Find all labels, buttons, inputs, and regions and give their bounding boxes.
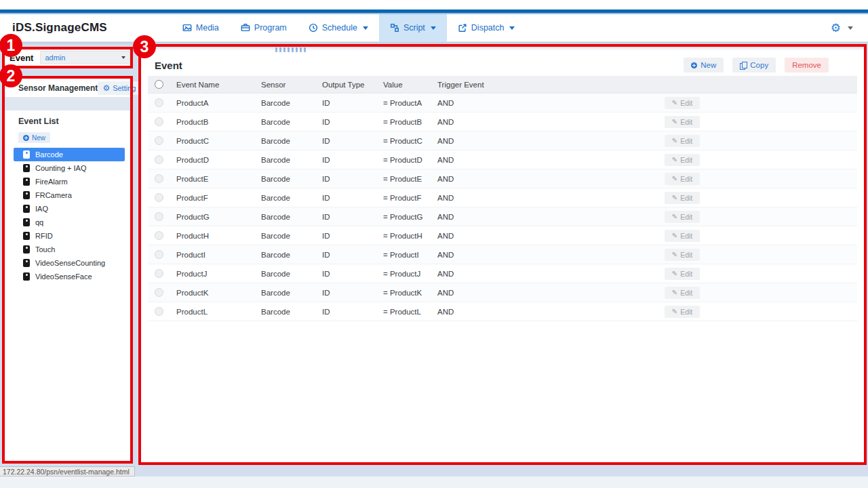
cell-sensor: Barcode <box>257 251 318 259</box>
app-logo: iDS.SignageCMS <box>12 21 107 35</box>
table-row: ProductKBarcodeID= ProductKAND✎Edit <box>148 283 857 302</box>
event-list-item-touch[interactable]: Touch <box>14 243 125 256</box>
copy-button[interactable]: Copy <box>732 58 776 73</box>
table-row: ProductDBarcodeID= ProductDAND✎Edit <box>148 150 857 169</box>
edit-button-label: Edit <box>680 251 692 259</box>
edit-button[interactable]: ✎Edit <box>665 287 700 299</box>
copy-button-label: Copy <box>750 61 768 69</box>
nav-tab-program[interactable]: Program <box>230 14 298 42</box>
new-button[interactable]: New <box>684 58 724 73</box>
cell-event-name: ProductG <box>172 213 257 221</box>
event-list-item-frcamera[interactable]: FRCamera <box>14 188 125 202</box>
event-list-item-counting-iaq[interactable]: Counting + IAQ <box>14 161 125 175</box>
edit-button[interactable]: ✎Edit <box>665 116 700 128</box>
event-list-item-barcode[interactable]: Barcode <box>14 148 125 161</box>
row-select-radio[interactable] <box>155 98 163 107</box>
cell-event-name: ProductE <box>172 175 257 183</box>
event-list-item-label: FRCamera <box>35 191 72 199</box>
row-select-radio[interactable] <box>155 155 163 164</box>
event-list-item-videosensecounting[interactable]: VideoSenseCounting <box>14 256 125 270</box>
cell-sensor: Barcode <box>257 194 318 202</box>
user-select[interactable]: admin <box>40 51 130 64</box>
cell-output-type: ID <box>318 270 379 278</box>
select-all-radio[interactable] <box>155 80 163 89</box>
edit-button-label: Edit <box>680 270 692 278</box>
cell-value: = ProductA <box>379 99 433 107</box>
window-top-margin <box>0 0 868 9</box>
event-list-item-rfid[interactable]: RFID <box>14 229 125 243</box>
row-select-radio[interactable] <box>155 288 163 297</box>
cell-sensor: Barcode <box>257 118 318 126</box>
nav-tab-label: Program <box>254 23 287 33</box>
edit-button[interactable]: ✎Edit <box>665 135 700 147</box>
cell-trigger-event: AND <box>433 308 665 316</box>
event-list-item-videosenseface[interactable]: VideoSenseFace <box>14 270 125 283</box>
edit-button[interactable]: ✎Edit <box>665 249 700 261</box>
edit-button[interactable]: ✎Edit <box>665 306 700 318</box>
edit-button[interactable]: ✎Edit <box>665 230 700 242</box>
edit-button[interactable]: ✎Edit <box>665 211 700 223</box>
pencil-icon: ✎ <box>672 251 677 258</box>
row-select-radio[interactable] <box>155 307 163 316</box>
cell-event-name: ProductB <box>172 118 257 126</box>
row-select-radio[interactable] <box>155 117 163 126</box>
edit-button[interactable]: ✎Edit <box>665 192 700 204</box>
cell-trigger-event: AND <box>433 99 665 107</box>
cell-sensor: Barcode <box>257 232 318 240</box>
cell-trigger-event: AND <box>433 194 665 202</box>
cell-event-name: ProductJ <box>172 270 257 278</box>
edit-button-label: Edit <box>680 118 692 126</box>
settings-gear-icon[interactable]: ⚙ <box>831 22 841 34</box>
edit-button-label: Edit <box>680 194 692 202</box>
cell-value: = ProductD <box>379 156 433 164</box>
row-select-radio[interactable] <box>155 193 163 202</box>
setting-button[interactable]: ⚙ Setting <box>98 81 140 95</box>
row-select-radio[interactable] <box>155 174 163 183</box>
cell-output-type: ID <box>318 289 379 297</box>
remove-button[interactable]: Remove <box>785 58 829 73</box>
edit-button[interactable]: ✎Edit <box>665 268 700 280</box>
event-list-item-label: Counting + IAQ <box>35 164 87 172</box>
cell-value: = ProductC <box>379 137 433 145</box>
sensor-file-icon <box>23 150 30 159</box>
cell-output-type: ID <box>318 99 379 107</box>
sensor-management-title: Sensor Management <box>18 83 98 93</box>
row-select-radio[interactable] <box>155 269 163 278</box>
pencil-icon: ✎ <box>672 289 677 296</box>
cell-value: = ProductI <box>379 251 433 259</box>
pencil-icon: ✎ <box>672 137 677 144</box>
sensor-file-icon <box>23 178 30 186</box>
edit-button[interactable]: ✎Edit <box>665 154 700 166</box>
row-select-radio[interactable] <box>155 250 163 259</box>
header-shadow <box>141 47 864 51</box>
cell-value: = ProductF <box>379 194 433 202</box>
event-list-item-iaq[interactable]: IAQ <box>14 202 125 216</box>
nav-tab-label: Media <box>196 23 219 33</box>
event-list-item-qq[interactable]: qq <box>14 216 125 229</box>
nav-tab-media[interactable]: Media <box>172 14 230 42</box>
cell-output-type: ID <box>318 137 379 145</box>
event-list-new-button[interactable]: New <box>18 132 50 143</box>
table-row: ProductEBarcodeID= ProductEAND✎Edit <box>148 169 857 188</box>
nav-tab-dispatch[interactable]: Dispatch <box>447 14 526 42</box>
row-select-radio[interactable] <box>155 231 163 240</box>
event-list-item-firealarm[interactable]: FireAlarm <box>14 175 125 188</box>
nav-tab-script[interactable]: Script <box>379 14 447 42</box>
nav-tab-schedule[interactable]: Schedule <box>298 14 379 42</box>
row-select-radio[interactable] <box>155 136 163 145</box>
row-select-radio[interactable] <box>155 212 163 221</box>
cell-trigger-event: AND <box>433 118 665 126</box>
edit-button[interactable]: ✎Edit <box>665 173 700 185</box>
pencil-icon: ✎ <box>672 270 677 277</box>
edit-button[interactable]: ✎Edit <box>665 97 700 109</box>
toolbar: New Copy Remove <box>684 58 829 73</box>
table-body: ProductABarcodeID= ProductAAND✎EditProdu… <box>148 94 857 321</box>
cell-value: = ProductH <box>379 232 433 240</box>
script-icon <box>390 23 399 33</box>
edit-button-label: Edit <box>680 99 692 107</box>
edit-button-label: Edit <box>680 156 692 164</box>
settings-caret-icon[interactable] <box>848 26 853 30</box>
pencil-icon: ✎ <box>672 308 677 315</box>
cell-output-type: ID <box>318 156 379 164</box>
sensor-file-icon <box>23 205 30 213</box>
